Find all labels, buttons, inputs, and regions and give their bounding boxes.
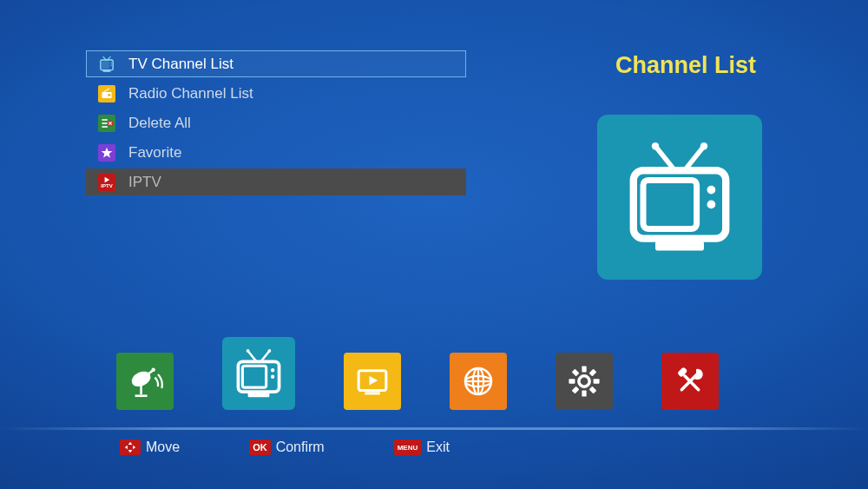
svg-rect-60 (679, 369, 685, 375)
divider (0, 427, 868, 430)
menu-item-label: Favorite (128, 144, 181, 162)
satellite-icon (126, 362, 164, 400)
menu-item-label: IPTV (128, 174, 161, 191)
media-icon (353, 362, 391, 400)
svg-rect-56 (572, 369, 580, 377)
favorite-icon (97, 143, 116, 162)
svg-point-20 (652, 142, 659, 149)
radio-icon (97, 84, 116, 103)
key-menu: MENU (394, 439, 422, 455)
svg-rect-6 (103, 70, 111, 72)
hint-label: Move (146, 439, 180, 455)
menu-list: TV Channel List Radio Channel List (86, 50, 466, 198)
svg-rect-52 (569, 379, 575, 383)
tv-icon (232, 347, 286, 400)
svg-rect-26 (655, 241, 704, 250)
svg-marker-63 (125, 446, 128, 450)
panel-title: Channel List (590, 52, 781, 79)
hint-bar: Move OK Confirm MENU Exit (120, 439, 450, 455)
globe-icon (459, 362, 497, 400)
svg-rect-3 (102, 61, 109, 68)
svg-point-9 (108, 93, 110, 96)
svg-rect-40 (248, 393, 270, 397)
svg-rect-57 (589, 387, 597, 394)
menu-item-delete-all[interactable]: Delete All (86, 109, 466, 136)
svg-line-8 (104, 88, 109, 91)
svg-point-21 (700, 142, 707, 149)
gear-icon (565, 362, 603, 400)
tab-media[interactable] (344, 353, 401, 410)
tab-settings[interactable] (556, 353, 613, 410)
tab-channel[interactable] (222, 337, 295, 410)
svg-marker-16 (102, 147, 113, 157)
tab-network[interactable] (450, 353, 507, 410)
svg-rect-23 (643, 180, 697, 228)
svg-point-5 (111, 64, 112, 65)
key-ok: OK (249, 439, 271, 455)
menu-item-iptv[interactable]: IPTV IPTV (86, 169, 466, 195)
channel-tile (597, 115, 762, 280)
svg-point-35 (268, 349, 272, 353)
category-tabs (116, 332, 759, 410)
svg-point-38 (271, 368, 274, 372)
menu-item-favorite[interactable]: Favorite (86, 139, 466, 166)
svg-marker-62 (128, 450, 133, 453)
svg-point-24 (707, 186, 716, 195)
svg-point-49 (579, 376, 589, 387)
hint-exit: MENU Exit (394, 439, 450, 455)
delete-icon (97, 114, 116, 133)
svg-point-25 (707, 201, 716, 209)
menu-item-radio-channel-list[interactable]: Radio Channel List (86, 80, 466, 107)
svg-point-4 (111, 62, 112, 63)
iptv-icon: IPTV (97, 173, 116, 192)
tab-satellite[interactable] (116, 353, 174, 410)
svg-rect-51 (582, 391, 586, 397)
svg-marker-42 (369, 376, 378, 386)
hint-label: Confirm (276, 439, 325, 455)
hint-move: Move (120, 439, 180, 455)
menu-item-label: TV Channel List (128, 56, 233, 73)
tools-icon (671, 362, 709, 400)
menu-item-label: Delete All (128, 115, 191, 132)
menu-item-tv-channel-list[interactable]: TV Channel List (86, 50, 466, 77)
svg-rect-54 (589, 369, 597, 377)
hint-confirm: OK Confirm (249, 439, 325, 455)
svg-rect-55 (572, 387, 580, 394)
svg-point-29 (151, 368, 155, 372)
hint-label: Exit (426, 439, 450, 455)
svg-rect-37 (242, 366, 266, 387)
svg-rect-43 (365, 392, 380, 394)
tab-tools[interactable] (661, 353, 719, 410)
svg-point-34 (247, 349, 250, 353)
svg-rect-53 (594, 379, 600, 383)
tv-large-icon (619, 136, 740, 258)
svg-marker-17 (105, 176, 110, 182)
svg-point-39 (271, 375, 274, 379)
tv-icon (97, 55, 116, 74)
svg-marker-64 (133, 446, 135, 450)
key-arrows-icon (120, 439, 141, 455)
menu-item-label: Radio Channel List (128, 85, 253, 102)
svg-rect-50 (582, 366, 586, 372)
iptv-icon-label: IPTV (101, 183, 112, 188)
svg-marker-61 (128, 442, 133, 445)
